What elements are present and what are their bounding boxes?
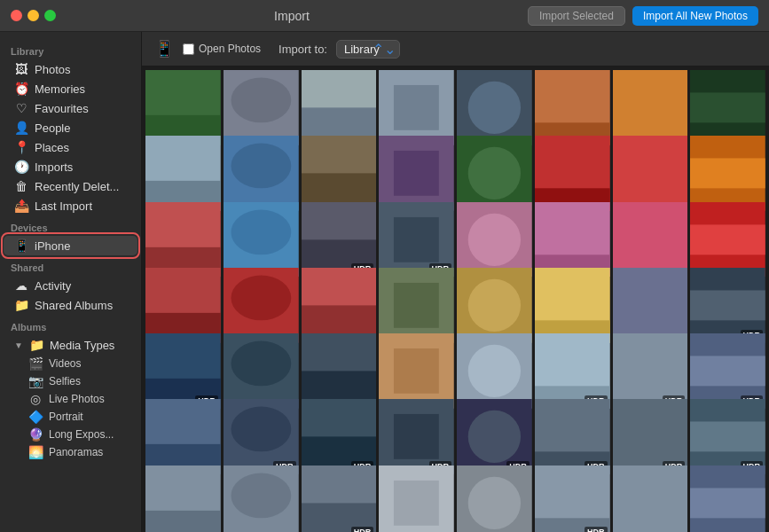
svg-rect-5: [302, 70, 377, 107]
svg-rect-7: [394, 85, 439, 130]
sidebar-item-last-import[interactable]: 📤 Last Import: [4, 196, 137, 215]
svg-point-63: [231, 341, 291, 387]
photo-cell[interactable]: [535, 70, 610, 145]
photo-cell[interactable]: HDR: [613, 333, 688, 409]
sidebar-item-activity[interactable]: ☁ Activity: [4, 276, 137, 295]
fullscreen-button[interactable]: [44, 10, 56, 21]
photo-cell[interactable]: [613, 466, 688, 532]
photo-cell[interactable]: [224, 333, 299, 409]
photo-cell[interactable]: HDR: [302, 399, 377, 474]
photo-cell[interactable]: HDR: [379, 399, 454, 474]
sidebar-item-panoramas[interactable]: 🌅 Panoramas: [4, 443, 137, 461]
photo-cell[interactable]: HDR: [145, 333, 221, 409]
photo-cell[interactable]: HDR: [535, 333, 610, 409]
photo-cell[interactable]: [302, 136, 377, 211]
sidebar-item-places[interactable]: 📍 Places: [4, 137, 137, 157]
photo-cell[interactable]: HDR: [613, 399, 688, 474]
sidebar-item-selfies[interactable]: 📷 Selfies: [4, 372, 137, 390]
photo-cell[interactable]: [535, 136, 610, 211]
sidebar-item-favourites[interactable]: ♡ Favourites: [4, 98, 137, 118]
svg-point-18: [231, 144, 291, 189]
import-to-dropdown[interactable]: Library Album: [336, 40, 400, 59]
photo-cell[interactable]: HDR: [302, 202, 377, 278]
photo-cell[interactable]: HDR: [690, 333, 765, 409]
photo-cell[interactable]: [690, 136, 765, 211]
minimize-button[interactable]: [27, 10, 39, 21]
photo-cell[interactable]: [302, 268, 377, 343]
photo-cell[interactable]: HDR: [535, 399, 610, 474]
photo-cell[interactable]: HDR: [379, 202, 454, 278]
svg-rect-35: [302, 202, 377, 239]
traffic-lights: [11, 10, 56, 21]
photo-cell[interactable]: [145, 70, 221, 145]
sidebar-label-videos: Videos: [49, 357, 81, 370]
svg-rect-82: [394, 414, 439, 459]
photo-cell[interactable]: [145, 399, 221, 474]
close-button[interactable]: [11, 10, 22, 21]
photo-cell[interactable]: HDR: [690, 268, 765, 343]
sidebar-item-people[interactable]: 👤 People: [4, 118, 137, 137]
photo-cell[interactable]: [457, 70, 532, 145]
svg-rect-52: [394, 283, 439, 328]
photo-cell[interactable]: [379, 268, 454, 343]
photo-cell[interactable]: [224, 136, 299, 211]
panoramas-icon: 🌅: [28, 445, 43, 459]
expand-arrow-icon: ▼: [14, 340, 23, 350]
sidebar-item-live-photos[interactable]: ◎ Live Photos: [4, 390, 137, 408]
activity-icon: ☁: [14, 278, 28, 293]
photo-cell[interactable]: [224, 466, 299, 532]
photo-cell[interactable]: [145, 268, 221, 343]
svg-rect-22: [394, 151, 439, 196]
sidebar-item-long-exposure[interactable]: 🔮 Long Expos...: [4, 426, 137, 443]
photo-cell[interactable]: [302, 333, 377, 409]
photo-cell[interactable]: [457, 333, 532, 409]
photo-cell[interactable]: [302, 70, 377, 145]
sidebar-item-shared-albums[interactable]: 📁 Shared Albums: [4, 295, 137, 315]
photo-cell[interactable]: HDR: [535, 466, 610, 532]
photo-cell[interactable]: [145, 136, 221, 211]
favourites-icon: ♡: [14, 101, 28, 115]
photo-cell[interactable]: [379, 466, 454, 532]
photo-cell[interactable]: HDR: [302, 466, 377, 532]
svg-point-48: [231, 275, 291, 320]
sidebar-item-recently-deleted[interactable]: 🗑 Recently Delet...: [4, 176, 137, 196]
open-photos-checkbox[interactable]: [183, 43, 194, 55]
sidebar-item-photos[interactable]: 🖼 Photos: [4, 59, 137, 79]
photo-cell[interactable]: [224, 70, 299, 145]
photo-cell[interactable]: [379, 70, 454, 145]
photo-cell[interactable]: HDR: [690, 399, 765, 474]
photo-cell[interactable]: [535, 268, 610, 343]
photo-cell[interactable]: [690, 70, 765, 145]
photo-cell[interactable]: [379, 333, 454, 409]
photo-cell[interactable]: HDR: [224, 399, 299, 474]
photo-cell[interactable]: [613, 268, 688, 343]
photo-cell[interactable]: [224, 268, 299, 343]
photo-cell[interactable]: [145, 202, 221, 278]
photo-cell[interactable]: [224, 202, 299, 278]
sidebar-label-last-import: Last Import: [35, 200, 92, 213]
photo-cell[interactable]: [613, 202, 688, 278]
sidebar-item-imports[interactable]: 🕐 Imports: [4, 157, 137, 176]
svg-rect-14: [690, 92, 765, 122]
long-exposure-icon: 🔮: [28, 427, 43, 442]
photo-cell[interactable]: [613, 136, 688, 211]
photo-cell[interactable]: [690, 202, 765, 278]
photo-grid: HDRHDRHDRHDRHDRHDRHDRHDRHDRHDRHDRHDRHDRH…: [142, 66, 769, 532]
photo-cell[interactable]: HDR: [457, 399, 532, 474]
photo-cell[interactable]: [535, 202, 610, 278]
photo-cell[interactable]: [379, 136, 454, 211]
import-all-button[interactable]: Import All New Photos: [632, 6, 758, 26]
photo-cell[interactable]: [690, 466, 765, 532]
sidebar-item-memories[interactable]: ⏰ Memories: [4, 79, 137, 98]
sidebar-item-videos[interactable]: 🎬 Videos: [4, 355, 137, 372]
sidebar-item-iphone[interactable]: 📱 iPhone: [4, 236, 137, 255]
photo-cell[interactable]: [613, 70, 688, 145]
sidebar-item-media-types[interactable]: ▼ 📁 Media Types: [4, 335, 137, 355]
photo-cell[interactable]: [457, 268, 532, 343]
photo-cell[interactable]: [457, 136, 532, 211]
photo-cell[interactable]: [457, 202, 532, 278]
sidebar-item-portrait[interactable]: 🔷 Portrait: [4, 408, 137, 426]
photo-cell[interactable]: [457, 466, 532, 532]
import-selected-button[interactable]: Import Selected: [528, 6, 625, 26]
photo-cell[interactable]: [145, 466, 221, 532]
